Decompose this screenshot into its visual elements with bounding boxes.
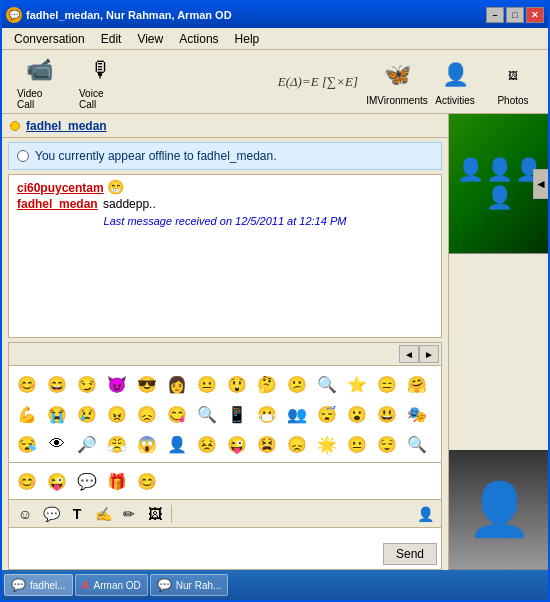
person-icon: 👤 xyxy=(467,479,532,540)
emoji-41[interactable]: 😌 xyxy=(373,430,401,458)
emoji-27[interactable]: 😃 xyxy=(373,400,401,428)
main-window: 💬 fadhel_medan, Nur Rahman, Arman OD – □… xyxy=(0,0,550,602)
emoji-30[interactable]: 👁 xyxy=(43,430,71,458)
emoji-21[interactable]: 🔍 xyxy=(193,400,221,428)
person-silhouette-2: 👤 xyxy=(486,157,513,183)
emoji-11[interactable]: 🔍 xyxy=(313,370,341,398)
last-message-time: Last message received on 12/5/2011 at 12… xyxy=(17,215,433,227)
font-button[interactable]: T xyxy=(65,503,89,525)
emoji-panel: ◄ ► 😊 😄 😏 😈 😎 👩 😐 😲 🤔 😕 🔍 ⭐ 😑 xyxy=(8,342,442,500)
menu-conversation[interactable]: Conversation xyxy=(6,30,93,48)
imvironments-button[interactable]: 🦋 IMVironments xyxy=(370,57,424,106)
voice-call-button[interactable]: 🎙 Voice Call xyxy=(72,51,130,113)
wink-button[interactable]: 💬 xyxy=(39,503,63,525)
person-silhouette-4: 👤 xyxy=(486,185,513,211)
emoji-next-button[interactable]: ► xyxy=(419,345,439,363)
emoji-35[interactable]: 😣 xyxy=(193,430,221,458)
menu-bar: Conversation Edit View Actions Help xyxy=(2,28,548,50)
emoji-b1[interactable]: 😊 xyxy=(13,467,41,495)
taskbar-label-1: fadhel... xyxy=(30,580,66,591)
emoji-39[interactable]: 🌟 xyxy=(313,430,341,458)
menu-edit[interactable]: Edit xyxy=(93,30,130,48)
emoji-4[interactable]: 😈 xyxy=(103,370,131,398)
emoji-20[interactable]: 😋 xyxy=(163,400,191,428)
window-icon: 💬 xyxy=(6,7,22,23)
contact-name[interactable]: fadhel_medan xyxy=(26,119,107,133)
emoji-prev-button[interactable]: ◄ xyxy=(399,345,419,363)
handwriting-button[interactable]: ✍ xyxy=(91,503,115,525)
emoji-7[interactable]: 😐 xyxy=(193,370,221,398)
chat-user-1[interactable]: ci60puycentam xyxy=(17,181,104,195)
emoji-b2[interactable]: 😜 xyxy=(43,467,71,495)
emoji-23[interactable]: 😷 xyxy=(253,400,281,428)
emoji-10[interactable]: 😕 xyxy=(283,370,311,398)
toolbar: 📹 Video Call 🎙 Voice Call E(Δ)=E [∑×E] 🦋… xyxy=(2,50,548,114)
sidebar-photo-person: 👤 xyxy=(449,450,548,570)
status-dot xyxy=(10,121,20,131)
sidebar-photo-group: 👤 👤 👤 👤 ◄ xyxy=(449,114,548,254)
taskbar-icon-2: A xyxy=(82,579,90,591)
chat-user-2[interactable]: fadhel_medan xyxy=(17,197,98,211)
activities-button[interactable]: 👤 Activities xyxy=(428,57,482,106)
video-call-button[interactable]: 📹 Video Call xyxy=(10,51,68,113)
emoji-38[interactable]: 😞 xyxy=(283,430,311,458)
taskbar-item-nur[interactable]: 💬 Nur Rah... xyxy=(150,574,229,596)
emoji-32[interactable]: 😤 xyxy=(103,430,131,458)
minimize-button[interactable]: – xyxy=(486,7,504,23)
emoji-28[interactable]: 🎭 xyxy=(403,400,431,428)
menu-actions[interactable]: Actions xyxy=(171,30,226,48)
emoji-33[interactable]: 😱 xyxy=(133,430,161,458)
emoji-25[interactable]: 😴 xyxy=(313,400,341,428)
send-button[interactable]: Send xyxy=(383,543,437,565)
contact-card-button[interactable]: 👤 xyxy=(413,503,437,525)
emoji-8[interactable]: 😲 xyxy=(223,370,251,398)
emoji-1[interactable]: 😊 xyxy=(13,370,41,398)
menu-view[interactable]: View xyxy=(129,30,171,48)
emoji-31[interactable]: 🔎 xyxy=(73,430,101,458)
activities-icon: 👤 xyxy=(437,57,473,93)
emoji-19[interactable]: 😞 xyxy=(133,400,161,428)
emoji-29[interactable]: 😪 xyxy=(13,430,41,458)
emoji-18[interactable]: 😠 xyxy=(103,400,131,428)
emoji-26[interactable]: 😮 xyxy=(343,400,371,428)
emoji-6[interactable]: 👩 xyxy=(163,370,191,398)
emoji-12[interactable]: ⭐ xyxy=(343,370,371,398)
emoji-3[interactable]: 😏 xyxy=(73,370,101,398)
taskbar-item-arman[interactable]: A Arman OD xyxy=(75,574,148,596)
emoji-17[interactable]: 😢 xyxy=(73,400,101,428)
draw-button[interactable]: ✏ xyxy=(117,503,141,525)
emoji-b3[interactable]: 💬 xyxy=(73,467,101,495)
emoji-14[interactable]: 🤗 xyxy=(403,370,431,398)
emoji-42[interactable]: 🔍 xyxy=(403,430,431,458)
activities-label: Activities xyxy=(435,95,474,106)
emoji-2[interactable]: 😄 xyxy=(43,370,71,398)
emoji-picker-button[interactable]: ☺ xyxy=(13,503,37,525)
offline-radio xyxy=(17,150,29,162)
emoji-36[interactable]: 😜 xyxy=(223,430,251,458)
emoji-37[interactable]: 😫 xyxy=(253,430,281,458)
maximize-button[interactable]: □ xyxy=(506,7,524,23)
taskbar-item-fadhel[interactable]: 💬 fadhel... xyxy=(4,574,73,596)
sidebar-expand-button[interactable]: ◄ xyxy=(533,169,548,199)
emoji-16[interactable]: 😭 xyxy=(43,400,71,428)
photos-button[interactable]: 🖼 Photos xyxy=(486,57,540,106)
emoji-15[interactable]: 💪 xyxy=(13,400,41,428)
emoji-9[interactable]: 🤔 xyxy=(253,370,281,398)
emoji-22[interactable]: 📱 xyxy=(223,400,251,428)
emoji-b4[interactable]: 🎁 xyxy=(103,467,131,495)
emoji-5[interactable]: 😎 xyxy=(133,370,161,398)
menu-help[interactable]: Help xyxy=(227,30,268,48)
video-call-icon: 📹 xyxy=(23,54,55,86)
emoji-13[interactable]: 😑 xyxy=(373,370,401,398)
chat-area: ci60puycentam 😁 fadhel_medan saddepp.. L… xyxy=(8,174,442,338)
emoji-b5[interactable]: 😊 xyxy=(133,467,161,495)
emoji-40[interactable]: 😐 xyxy=(343,430,371,458)
chat-message-1: ci60puycentam 😁 xyxy=(17,179,433,195)
video-call-label: Video Call xyxy=(17,88,61,110)
emoji-34[interactable]: 👤 xyxy=(163,430,191,458)
message-input[interactable] xyxy=(9,528,379,569)
voice-call-icon: 🎙 xyxy=(85,54,117,86)
image-button[interactable]: 🖼 xyxy=(143,503,167,525)
close-button[interactable]: ✕ xyxy=(526,7,544,23)
emoji-24[interactable]: 👥 xyxy=(283,400,311,428)
